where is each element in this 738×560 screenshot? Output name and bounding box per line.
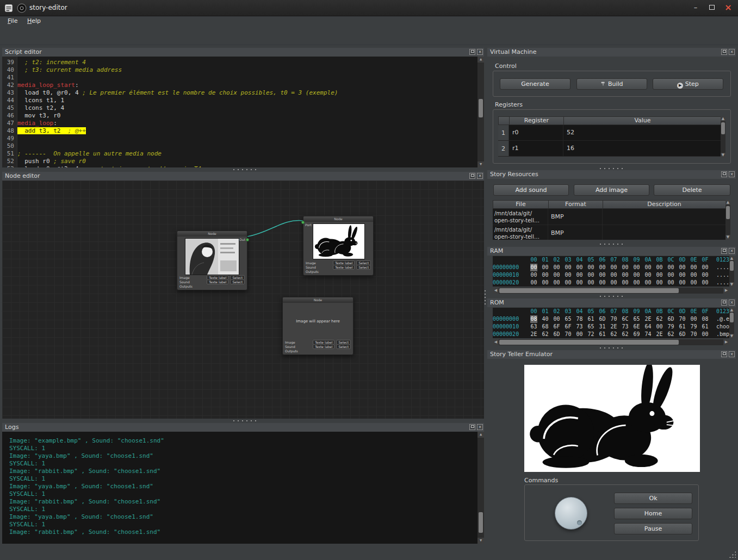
hex-byte[interactable]: 62 [610,331,617,338]
float-panel-icon[interactable] [469,424,475,430]
add-sound-button[interactable]: Add sound [493,184,569,196]
register-column-header[interactable]: Register [510,117,564,125]
hex-byte[interactable]: 00 [656,323,663,331]
window-titlebar[interactable]: story-editor – × [0,0,738,16]
hex-byte[interactable]: 62 [656,315,663,323]
hex-byte[interactable]: 00 [542,271,549,279]
registers-scrollbar[interactable]: ▲ ▼ [721,116,725,158]
hex-byte[interactable]: 00 [530,271,537,279]
select-sound-button[interactable]: Select [230,279,245,284]
hex-byte[interactable]: 00 [587,271,594,279]
scrollbar-thumb[interactable] [726,206,730,219]
hex-byte[interactable]: 64 [644,323,652,331]
hex-byte[interactable]: 73 [576,323,583,331]
hex-byte[interactable]: 00 [553,271,560,279]
hex-byte[interactable]: 00 [656,279,663,287]
hex-byte[interactable]: 00 [565,271,572,279]
hex-byte[interactable]: 00 [599,279,606,287]
hex-byte[interactable]: 00 [576,331,583,338]
hex-byte[interactable]: 00 [633,279,640,287]
media-node-1[interactable]: Node Port Out Image Texte label Select S… [177,231,247,290]
media-node-2[interactable]: Node Port In Image Texte label Select So… [303,216,374,276]
generate-button[interactable]: Generate [500,78,570,90]
hex-byte[interactable]: 00 [667,271,674,279]
float-panel-icon[interactable] [469,49,475,55]
index-column-header[interactable] [499,117,510,125]
rom-vertical-scrollbar[interactable]: ▲ ▼ [729,308,734,338]
minimize-button[interactable]: – [690,2,701,13]
scrollbar-thumb[interactable] [499,288,679,293]
scrollbar-thumb[interactable] [721,122,725,134]
hex-byte[interactable]: 00 [644,279,652,287]
menu-file[interactable]: File [5,17,20,25]
texte-label-button[interactable]: Texte label [333,265,355,270]
hex-byte[interactable]: 40 [542,315,549,323]
pause-button[interactable]: Pause [614,523,692,534]
hex-byte[interactable]: 79 [667,323,674,331]
hex-byte[interactable]: 6D [679,331,686,338]
splitter-handle[interactable] [232,169,257,171]
output-port[interactable] [246,238,249,241]
close-panel-icon[interactable]: × [477,424,483,430]
close-button[interactable]: × [723,2,734,13]
hex-byte[interactable]: 00 [599,271,606,279]
hex-byte[interactable]: 00 [610,271,617,279]
hex-byte[interactable]: 00 [667,264,674,271]
scrollbar-thumb[interactable] [730,261,734,271]
hex-byte[interactable]: 00 [690,271,697,279]
select-sound-button[interactable]: Select [336,344,351,349]
hex-byte[interactable]: 00 [530,279,537,287]
hex-byte[interactable]: 00 [690,279,697,287]
splitter-handle[interactable] [598,167,623,170]
hex-byte[interactable]: 62 [667,331,674,338]
hex-byte[interactable]: 08 [530,315,537,323]
delete-button[interactable]: Delete [654,184,730,196]
hex-byte[interactable]: 72 [587,331,594,338]
ram-vertical-scrollbar[interactable]: ▲ ▼ [729,256,734,287]
hex-byte[interactable]: 62 [622,331,629,338]
hex-byte[interactable]: 2E [530,331,537,338]
hex-byte[interactable]: 61 [599,331,606,338]
hex-byte[interactable]: 6D [667,315,674,323]
hex-byte[interactable]: 70 [610,315,617,323]
float-panel-icon[interactable] [721,171,727,177]
input-port[interactable] [301,221,305,224]
hex-byte[interactable]: 00 [576,264,583,271]
splitter-handle[interactable] [598,243,623,245]
media-node-3[interactable]: Node Image will appear here Image Texte … [282,297,354,355]
hex-byte[interactable]: 00 [633,271,640,279]
hex-byte[interactable]: 69 [633,331,640,338]
hex-byte[interactable]: 00 [690,315,697,323]
hex-byte[interactable]: 00 [667,279,674,287]
hex-byte[interactable]: 00 [702,279,709,287]
hex-byte[interactable]: 00 [702,331,709,338]
menu-help[interactable]: Help [25,17,43,25]
rom-hex-view[interactable]: 000102030405060708090A0B0C0D0E0F01234567… [493,308,729,338]
hex-byte[interactable]: 00 [679,271,686,279]
hex-byte[interactable]: 6F [553,323,560,331]
hex-byte[interactable]: 6D [553,331,560,338]
hex-byte[interactable]: 00 [679,264,686,271]
file-column-header[interactable]: File [493,201,549,208]
scrollbar-thumb[interactable] [730,313,734,322]
hex-byte[interactable]: 00 [633,264,640,271]
hex-byte[interactable]: 2E [656,331,663,338]
hex-byte[interactable]: 00 [565,264,572,271]
float-panel-icon[interactable] [721,49,727,55]
ram-hex-view[interactable]: 000102030405060708090A0B0C0D0E0F01234567… [493,256,729,287]
hex-byte[interactable]: 74 [644,331,652,338]
app-menu-icon[interactable] [4,3,14,13]
hex-byte[interactable]: 08 [702,315,709,323]
add-image-button[interactable]: Add image [574,184,649,196]
resources-scrollbar[interactable]: ▲ ▼ [725,200,730,240]
texte-label-button[interactable]: Texte label [207,279,228,284]
main-splitter-handle[interactable] [484,289,486,306]
close-panel-icon[interactable]: × [729,351,735,357]
hex-byte[interactable]: 00 [702,264,709,271]
ok-button[interactable]: Ok [614,493,692,504]
hex-byte[interactable]: 65 [633,315,640,323]
splitter-handle[interactable] [598,347,623,349]
hex-byte[interactable]: 00 [553,264,560,271]
node-canvas[interactable]: Node Port Out Image Texte label Select S… [2,181,484,419]
hex-byte[interactable]: 6F [565,323,572,331]
